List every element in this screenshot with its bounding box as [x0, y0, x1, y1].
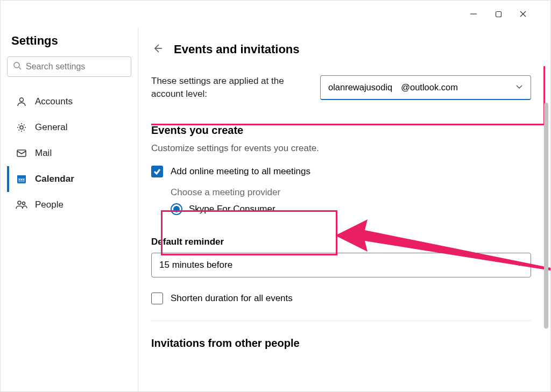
main-panel: Events and invitations These settings ar…	[138, 27, 550, 391]
svg-rect-8	[17, 150, 26, 156]
account-select[interactable]: olanrewajusodiq @outlook.com	[320, 75, 531, 100]
reminder-value: 15 minutes before	[159, 260, 232, 270]
checkbox-unchecked-icon	[151, 293, 163, 304]
invitations-title: Invitations from other people	[151, 337, 531, 350]
back-button[interactable]	[151, 42, 163, 56]
settings-title: Settings	[7, 34, 131, 48]
svg-rect-11	[17, 175, 26, 177]
events-create-title: Events you create	[151, 124, 531, 137]
sidebar-item-label: General	[35, 122, 67, 133]
shorten-duration-checkbox[interactable]: Shorten duration for all events	[151, 293, 531, 304]
search-input-container[interactable]	[7, 56, 131, 77]
search-icon	[13, 61, 22, 72]
svg-point-12	[19, 179, 20, 180]
sidebar-item-label: People	[35, 199, 63, 210]
account-domain: @outlook.com	[401, 82, 458, 92]
scrollbar[interactable]	[544, 103, 548, 329]
account-user: olanrewajusodiq	[328, 82, 392, 92]
sidebar-item-people[interactable]: People	[7, 192, 131, 218]
svg-point-4	[14, 62, 19, 68]
add-online-meeting-checkbox[interactable]: Add online meeting to all meetings	[151, 166, 531, 177]
sidebar-item-calendar[interactable]: Calendar	[7, 166, 131, 192]
shorten-duration-label: Shorten duration for all events	[171, 293, 293, 304]
svg-point-15	[18, 201, 21, 204]
sidebar: Settings Accounts General	[1, 27, 138, 391]
person-icon	[15, 96, 29, 107]
svg-point-7	[20, 126, 23, 129]
svg-point-6	[20, 98, 24, 102]
page-title: Events and invitations	[174, 42, 300, 56]
calendar-icon	[15, 174, 29, 184]
divider	[151, 320, 531, 321]
default-reminder-select[interactable]: 15 minutes before	[151, 253, 531, 277]
mail-icon	[15, 148, 29, 159]
sidebar-item-accounts[interactable]: Accounts	[7, 89, 131, 115]
account-level-description: These settings are applied at the accoun…	[151, 75, 320, 101]
add-online-meeting-label: Add online meeting to all meetings	[171, 166, 310, 177]
svg-point-13	[21, 179, 22, 180]
close-button[interactable]	[511, 5, 535, 23]
svg-line-5	[19, 67, 21, 69]
chevron-down-icon	[515, 260, 523, 270]
provider-skype-radio[interactable]: Skype For Consumer	[171, 203, 531, 215]
window-titlebar	[1, 1, 550, 27]
svg-rect-1	[496, 11, 501, 17]
default-reminder-label: Default reminder	[151, 237, 531, 247]
gear-icon	[15, 122, 29, 133]
sidebar-item-mail[interactable]: Mail	[7, 140, 131, 166]
provider-option-label: Skype For Consumer	[189, 204, 276, 215]
radio-checked-icon	[171, 203, 182, 215]
checkbox-checked-icon	[151, 166, 163, 177]
minimize-button[interactable]	[461, 5, 486, 23]
svg-point-14	[23, 179, 24, 180]
events-create-subtitle: Customize settings for events you create…	[151, 143, 531, 154]
meeting-provider-label: Choose a meeting provider	[171, 187, 531, 198]
chevron-down-icon	[515, 82, 523, 92]
people-icon	[15, 199, 29, 210]
sidebar-item-label: Accounts	[35, 96, 73, 107]
svg-point-16	[23, 202, 25, 205]
search-input[interactable]	[26, 62, 125, 72]
sidebar-item-label: Calendar	[35, 174, 74, 184]
maximize-button[interactable]	[486, 5, 511, 23]
sidebar-item-label: Mail	[35, 148, 52, 159]
sidebar-item-general[interactable]: General	[7, 115, 131, 140]
